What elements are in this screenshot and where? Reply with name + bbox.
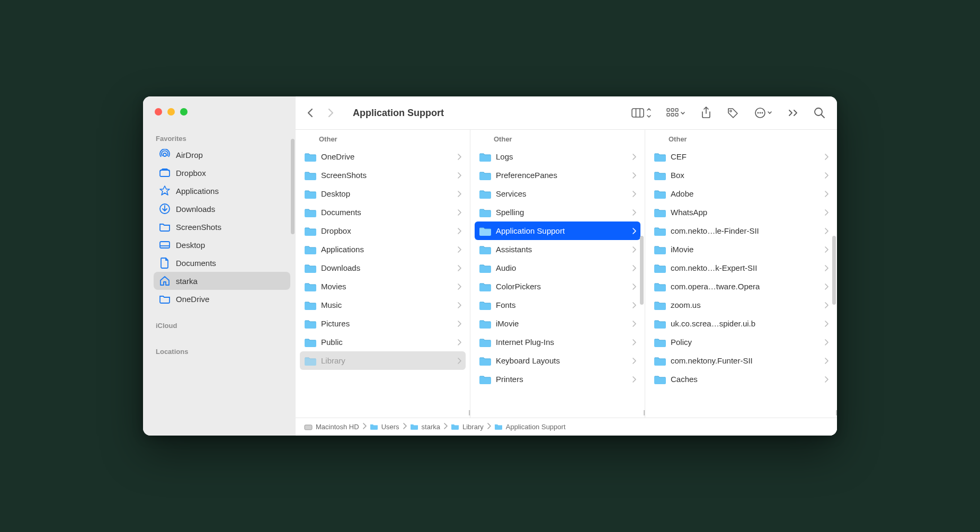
path-segment[interactable]: Users (370, 423, 399, 431)
forward-button[interactable] (325, 108, 336, 118)
folder-row[interactable]: Dropbox (300, 221, 466, 240)
folder-row[interactable]: Pictures (300, 314, 466, 333)
sidebar-item-desktop[interactable]: Desktop (154, 236, 290, 254)
folder-row[interactable]: Spelling (475, 203, 640, 221)
folder-row[interactable]: Library (300, 351, 466, 370)
folder-row[interactable]: ColorPickers (475, 277, 640, 296)
column-scrollbar[interactable] (832, 236, 836, 305)
path-segment[interactable]: Macintosh HD (304, 423, 359, 431)
overflow-button[interactable] (788, 109, 799, 117)
folder-row[interactable]: Services (475, 184, 640, 203)
folder-row[interactable]: Printers (475, 370, 640, 388)
search-button[interactable] (814, 107, 825, 119)
svg-rect-12 (671, 113, 674, 116)
folder-icon (479, 318, 492, 329)
sidebar-item-dropbox[interactable]: Dropbox (154, 164, 290, 182)
column-resize-handle[interactable]: || (468, 409, 469, 415)
folder-row[interactable]: Fonts (475, 296, 640, 314)
folder-icon (654, 152, 666, 162)
toolbar-actions (631, 107, 825, 119)
folder-icon (159, 221, 171, 233)
path-segment[interactable]: Application Support (494, 423, 566, 431)
folder-row[interactable]: Downloads (300, 259, 466, 277)
path-label: starka (422, 423, 440, 431)
folder-row[interactable]: zoom.us (649, 296, 833, 314)
view-columns-button[interactable] (631, 107, 652, 119)
dropbox-icon (159, 167, 171, 179)
column-resize-handle[interactable]: || (835, 409, 836, 415)
folder-row[interactable]: Desktop (300, 184, 466, 203)
folder-icon (479, 244, 492, 255)
path-segment[interactable]: Library (451, 423, 484, 431)
folder-icon (654, 226, 666, 236)
folder-row[interactable]: Application Support (475, 221, 640, 240)
folder-row[interactable]: com.nekto…k-Expert-SII (649, 259, 833, 277)
folder-row[interactable]: com.nekto…le-Finder-SII (649, 221, 833, 240)
chevron-right-icon (824, 154, 828, 160)
sidebar-item-onedrive[interactable]: OneDrive (154, 290, 290, 308)
sidebar-item-starka[interactable]: starka (154, 272, 290, 290)
folder-icon (304, 207, 317, 218)
folder-row[interactable]: ScreenShots (300, 166, 466, 184)
folder-row[interactable]: uk.co.screa…spider.ui.b (649, 314, 833, 333)
chevron-right-icon (632, 154, 636, 160)
folder-row[interactable]: Audio (475, 259, 640, 277)
folder-row[interactable]: PreferencePanes (475, 166, 640, 184)
share-button[interactable] (700, 107, 712, 119)
folder-label: com.nekto…k-Expert-SII (671, 263, 757, 272)
group-by-button[interactable] (666, 107, 685, 119)
path-label: Application Support (506, 423, 566, 431)
maximize-button[interactable] (180, 108, 188, 116)
folder-row[interactable]: Documents (300, 203, 466, 221)
traffic-lights (143, 96, 296, 128)
folder-row[interactable]: OneDrive (300, 147, 466, 166)
folder-row[interactable]: Policy (649, 333, 833, 351)
folder-row[interactable]: Music (300, 296, 466, 314)
folder-row[interactable]: com.nektony.Funter-SII (649, 351, 833, 370)
chevron-right-icon (457, 339, 461, 345)
path-segment[interactable]: starka (410, 423, 440, 431)
folder-row[interactable]: Caches (649, 370, 833, 388)
folder-row[interactable]: Adobe (649, 184, 833, 203)
window-title: Application Support (353, 108, 444, 119)
folder-row[interactable]: Keyboard Layouts (475, 351, 640, 370)
minimize-button[interactable] (167, 108, 175, 116)
sidebar-item-documents[interactable]: Documents (154, 254, 290, 272)
doc-icon (159, 257, 171, 269)
sidebar-item-applications[interactable]: Applications (154, 182, 290, 200)
folder-row[interactable]: Public (300, 333, 466, 351)
folder-row[interactable]: Internet Plug-Ins (475, 333, 640, 351)
folder-label: Applications (321, 245, 364, 254)
folder-row[interactable]: com.opera…tware.Opera (649, 277, 833, 296)
folder-row[interactable]: Assistants (475, 240, 640, 259)
folder-icon (479, 281, 492, 292)
folder-label: com.opera…tware.Opera (671, 282, 760, 291)
sidebar-item-downloads[interactable]: Downloads (154, 200, 290, 218)
column-resize-handle[interactable]: || (643, 409, 644, 415)
sidebar-scrollbar[interactable] (291, 139, 295, 234)
tags-button[interactable] (727, 107, 740, 119)
sidebar: Favorites AirDrop Dropbox Applications D… (143, 96, 296, 436)
sidebar-item-screenshots[interactable]: ScreenShots (154, 218, 290, 236)
folder-row[interactable]: iMovie (649, 240, 833, 259)
sidebar-item-airdrop[interactable]: AirDrop (154, 146, 290, 164)
close-button[interactable] (155, 108, 162, 116)
folder-label: iMovie (496, 319, 519, 328)
column-2: Other CEF Box Adobe WhatsApp (645, 130, 837, 418)
folder-label: OneDrive (321, 152, 354, 161)
folder-row[interactable]: Movies (300, 277, 466, 296)
back-button[interactable] (305, 108, 316, 118)
folder-icon (451, 423, 459, 430)
chevron-right-icon (632, 228, 636, 234)
more-actions-button[interactable] (754, 107, 773, 119)
column-scrollbar[interactable] (640, 236, 644, 305)
folder-row[interactable]: CEF (649, 147, 833, 166)
folder-icon (479, 337, 492, 348)
folder-row[interactable]: iMovie (475, 314, 640, 333)
folder-row[interactable]: Applications (300, 240, 466, 259)
folder-icon (304, 189, 317, 199)
folder-row[interactable]: WhatsApp (649, 203, 833, 221)
folder-row[interactable]: Box (649, 166, 833, 184)
folder-icon (304, 263, 317, 273)
folder-row[interactable]: Logs (475, 147, 640, 166)
